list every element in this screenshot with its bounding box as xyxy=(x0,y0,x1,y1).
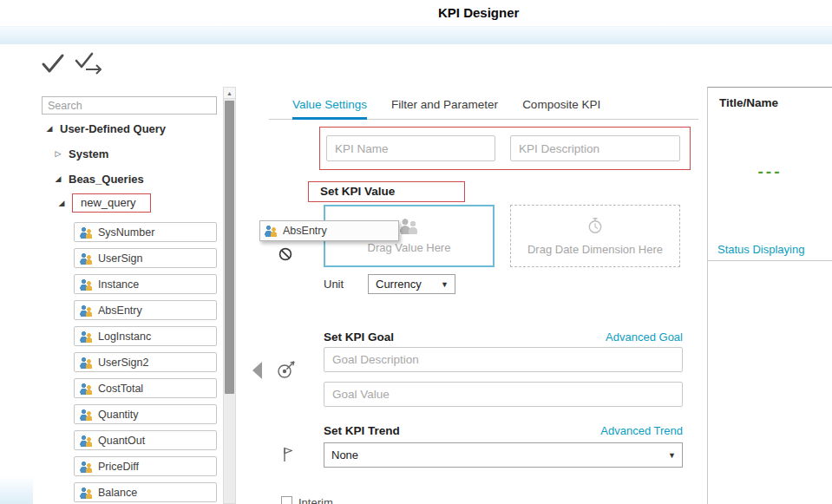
tree-node-label-highlighted[interactable]: new_query xyxy=(72,193,151,213)
field-label: CostTotal xyxy=(98,383,143,395)
goal-target-icon xyxy=(276,360,296,383)
dimension-icon xyxy=(80,461,93,473)
measure-placeholder-icon xyxy=(399,218,420,234)
tree-node-label: System xyxy=(69,147,108,160)
dimension-icon xyxy=(80,357,93,369)
dimension-icon xyxy=(80,226,93,239)
goal-description-input[interactable] xyxy=(324,347,683,372)
set-kpi-value-title: Set KPI Value xyxy=(308,181,465,202)
header-band xyxy=(0,26,832,44)
field-item-balance[interactable]: Balance xyxy=(74,482,217,502)
tab-value-settings[interactable]: Value Settings xyxy=(292,95,367,120)
check-icon xyxy=(40,64,66,77)
field-item-absentry[interactable]: AbsEntry xyxy=(74,300,217,320)
status-displaying-link[interactable]: Status Displaying xyxy=(717,243,804,256)
field-label: PriceDiff xyxy=(98,461,139,473)
search-input[interactable] xyxy=(42,96,217,115)
dimension-icon xyxy=(80,331,93,343)
kpi-preview-panel: Title/Name --- Status Displaying xyxy=(707,87,832,504)
stopwatch-icon xyxy=(586,217,604,238)
field-item-loginstanc[interactable]: LogInstanc xyxy=(74,326,217,346)
tree-node-label: User-Defined Query xyxy=(60,122,166,135)
expand-icon[interactable]: ◢ xyxy=(45,124,54,133)
confirm-and-next-button[interactable] xyxy=(73,50,106,78)
field-label: SysNumber xyxy=(98,226,154,239)
field-item-usersign2[interactable]: UserSign2 xyxy=(74,352,217,372)
main-tabs: Value Settings Filter and Parameter Comp… xyxy=(269,95,698,120)
field-label: Quantity xyxy=(98,409,139,421)
check-arrow-icon xyxy=(74,65,105,78)
trend-select-value: None xyxy=(324,448,668,461)
goal-value-input[interactable] xyxy=(324,382,683,407)
tree-node-label: Beas_Queries xyxy=(69,173,144,186)
collapse-icon[interactable]: ▷ xyxy=(54,149,62,158)
tab-filter-and-parameter[interactable]: Filter and Parameter xyxy=(391,95,498,120)
dragged-field-label: AbsEntry xyxy=(283,225,327,237)
date-dimension-dropzone[interactable]: Drag Date Dimension Here xyxy=(510,205,680,267)
dimension-icon xyxy=(80,409,93,421)
tree-node-system[interactable]: ▷ System xyxy=(54,145,108,162)
tree-node-user-defined-query[interactable]: ◢ User-Defined Query xyxy=(45,120,166,137)
tree-node-new-query[interactable]: ◢ new_query xyxy=(57,194,151,212)
field-label: UserSign xyxy=(98,252,142,265)
advanced-goal-link[interactable]: Advanced Goal xyxy=(606,331,683,344)
trend-flag-icon xyxy=(279,445,296,467)
kpi-description-input[interactable] xyxy=(510,135,680,161)
expand-icon[interactable]: ◢ xyxy=(54,174,62,183)
value-dropzone-text: Drag Value Here xyxy=(368,241,451,254)
chevron-down-icon: ▼ xyxy=(668,451,682,460)
field-label: AbsEntry xyxy=(98,304,142,317)
expand-icon[interactable]: ◢ xyxy=(57,199,66,207)
field-item-pricediff[interactable]: PriceDiff xyxy=(74,456,217,476)
panel-collapse-arrow[interactable] xyxy=(252,362,262,379)
preview-value-placeholder: --- xyxy=(708,162,832,181)
corner-decoration xyxy=(0,475,33,504)
field-item-quantout[interactable]: QuantOut xyxy=(74,430,217,450)
kpi-name-input[interactable] xyxy=(326,135,495,161)
set-kpi-trend-title: Set KPI Trend xyxy=(324,424,400,437)
trend-select[interactable]: None ▼ xyxy=(324,442,683,468)
dimension-icon xyxy=(265,225,278,237)
advanced-trend-link[interactable]: Advanced Trend xyxy=(600,424,683,437)
scroll-up-icon[interactable]: ▲ xyxy=(224,88,235,99)
field-label: UserSign2 xyxy=(98,357,148,369)
dimension-icon xyxy=(80,487,93,499)
unit-select-value: Currency xyxy=(369,278,441,291)
field-item-sysnumber[interactable]: SysNumber xyxy=(74,222,217,242)
field-label: Balance xyxy=(98,487,137,499)
field-item-instance[interactable]: Instance xyxy=(74,274,217,294)
tab-composite-kpi[interactable]: Composite KPI xyxy=(522,95,600,120)
unit-label: Unit xyxy=(324,278,344,291)
field-label: QuantOut xyxy=(98,435,145,447)
field-item-usersign[interactable]: UserSign xyxy=(74,248,217,268)
date-dropzone-text: Drag Date Dimension Here xyxy=(527,243,663,256)
interim-checkbox[interactable] xyxy=(281,496,292,504)
interim-label: Interim xyxy=(298,496,333,504)
field-item-costtotal[interactable]: CostTotal xyxy=(74,378,217,398)
field-label: LogInstanc xyxy=(98,331,151,343)
field-item-quantity[interactable]: Quantity xyxy=(74,404,217,424)
dimension-icon xyxy=(80,304,93,317)
set-kpi-goal-title: Set KPI Goal xyxy=(324,331,394,344)
dimension-icon xyxy=(80,252,93,265)
dragged-field-absentry[interactable]: AbsEntry xyxy=(259,220,399,241)
scrollbar-thumb[interactable] xyxy=(225,101,234,394)
tree-node-beas-queries[interactable]: ◢ Beas_Queries xyxy=(54,170,144,187)
sidebar-scrollbar[interactable]: ▲ xyxy=(223,87,236,504)
field-label: Instance xyxy=(98,278,139,291)
page-title: KPI Designer xyxy=(438,5,519,20)
unit-select[interactable]: Currency ▼ xyxy=(368,274,455,294)
dimension-icon xyxy=(80,383,93,395)
dimension-icon xyxy=(80,435,93,447)
dimension-icon xyxy=(80,278,93,291)
confirm-button[interactable] xyxy=(36,50,69,78)
preview-divider xyxy=(708,260,832,261)
preview-title: Title/Name xyxy=(719,96,778,109)
drag-status-icon xyxy=(278,247,292,261)
chevron-down-icon: ▼ xyxy=(441,280,455,289)
